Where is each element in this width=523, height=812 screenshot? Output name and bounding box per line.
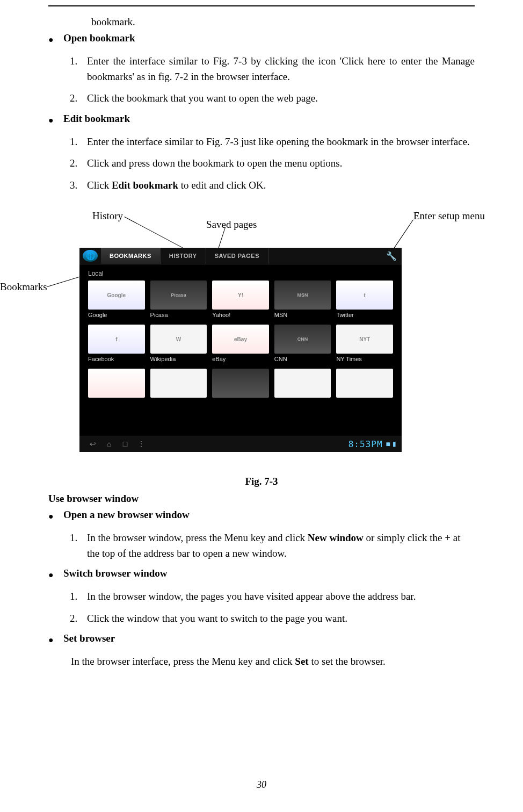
switch-title: Switch browser window (63, 567, 168, 579)
bullet-icon: ● (48, 113, 63, 128)
list-item: 3. Click Edit bookmark to edit and click… (70, 178, 475, 193)
bookmark-item[interactable]: CNNCNN (274, 325, 331, 363)
callout-enter-setup: Enter setup menu (413, 210, 485, 222)
list-item: 1. In the browser window, press the Menu… (70, 530, 475, 561)
use-browser-heading: Use browser window (48, 493, 475, 505)
bullet-icon: ● (48, 32, 63, 47)
globe-icon[interactable]: 🌐 (83, 250, 98, 262)
back-icon[interactable]: ↩ (85, 440, 101, 448)
list-item: 1.In the browser window, the pages you h… (70, 589, 475, 605)
bullet-icon: ● (48, 567, 63, 583)
bookmark-item[interactable] (274, 369, 331, 398)
bookmark-item[interactable]: tTwitter (336, 281, 393, 319)
battery-icon: ▮ (393, 440, 396, 448)
bookmark-item[interactable] (212, 369, 269, 398)
bookmark-item[interactable]: Y!Yahoo! (212, 281, 269, 319)
bookmark-item[interactable]: GoogleGoogle (88, 281, 145, 319)
clock: 8:53PM (348, 439, 383, 449)
top-fragment: bookmark. (48, 16, 475, 28)
bullet-icon: ● (48, 509, 63, 524)
open-new-title: Open a new browser window (63, 509, 190, 521)
bookmark-item[interactable] (150, 369, 207, 398)
list-item: 1.Enter the interface similar to Fig. 7-… (70, 134, 475, 150)
list-item: 2.Click the window that you want to swit… (70, 611, 475, 627)
screenshot-bookmarks: 🌐 BOOKMARKS HISTORY SAVED PAGES 🔧 Local … (79, 248, 402, 452)
tab-history[interactable]: HISTORY (161, 248, 206, 264)
figure-caption: Fig. 7-3 (48, 476, 475, 487)
page: bookmark. ● Open bookmark 1.Enter the in… (0, 0, 523, 812)
list-item: 1.Enter the interface similar to Fig. 7-… (70, 54, 475, 84)
bookmark-item[interactable]: WWikipedia (150, 325, 207, 363)
set-browser-para: In the browser interface, press the Menu… (48, 654, 475, 670)
set-browser-title: Set browser (63, 633, 115, 644)
bullet-open-bookmark: ● Open bookmark (48, 32, 475, 47)
open-bookmark-title: Open bookmark (63, 32, 135, 44)
bookmark-item[interactable]: eBayeBay (212, 325, 269, 363)
screenshot-tabbar: 🌐 BOOKMARKS HISTORY SAVED PAGES 🔧 (79, 248, 402, 264)
bookmark-item[interactable] (336, 369, 393, 398)
bullet-edit-bookmark: ● Edit bookmark (48, 113, 475, 128)
figure-7-3-area: History Saved pages Enter setup menu Boo… (0, 205, 523, 468)
tab-bookmarks[interactable]: BOOKMARKS (101, 248, 161, 264)
recent-icon[interactable]: □ (117, 440, 133, 448)
bookmark-item[interactable]: PicasaPicasa (150, 281, 207, 319)
menu-icon[interactable]: ⋮ (133, 440, 149, 448)
list-item: 2.Click the bookmark that you want to op… (70, 91, 475, 106)
bullet-switch-window: ● Switch browser window (48, 567, 475, 583)
tab-saved-pages[interactable]: SAVED PAGES (206, 248, 268, 264)
content: bookmark. ● Open bookmark 1.Enter the in… (48, 0, 475, 670)
local-label: Local (79, 264, 402, 281)
bullet-set-browser: ● Set browser (48, 633, 475, 648)
callout-saved-pages: Saved pages (206, 219, 257, 231)
bookmark-item[interactable] (88, 369, 145, 398)
wrench-icon[interactable]: 🔧 (381, 248, 402, 264)
home-icon[interactable]: ⌂ (101, 440, 117, 448)
edit-bookmark-title: Edit bookmark (63, 113, 130, 125)
bookmark-item[interactable]: NYTNY Times (336, 325, 393, 363)
wifi-icon: ■ (386, 440, 390, 448)
callout-bookmarks: Bookmarks (0, 281, 47, 293)
bullet-open-new-window: ● Open a new browser window (48, 509, 475, 524)
bullet-icon: ● (48, 633, 63, 648)
bookmark-grid: GoogleGoogle PicasaPicasa Y!Yahoo! MSNMS… (79, 281, 402, 403)
bookmark-item[interactable]: MSNMSN (274, 281, 331, 319)
list-item: 2.Click and press down the bookmark to o… (70, 156, 475, 171)
bookmark-item[interactable]: fFacebook (88, 325, 145, 363)
system-nav-bar: ↩ ⌂ □ ⋮ 8:53PM ■ ▮ (79, 436, 402, 452)
page-number: 30 (0, 779, 523, 791)
callout-history: History (92, 210, 123, 222)
